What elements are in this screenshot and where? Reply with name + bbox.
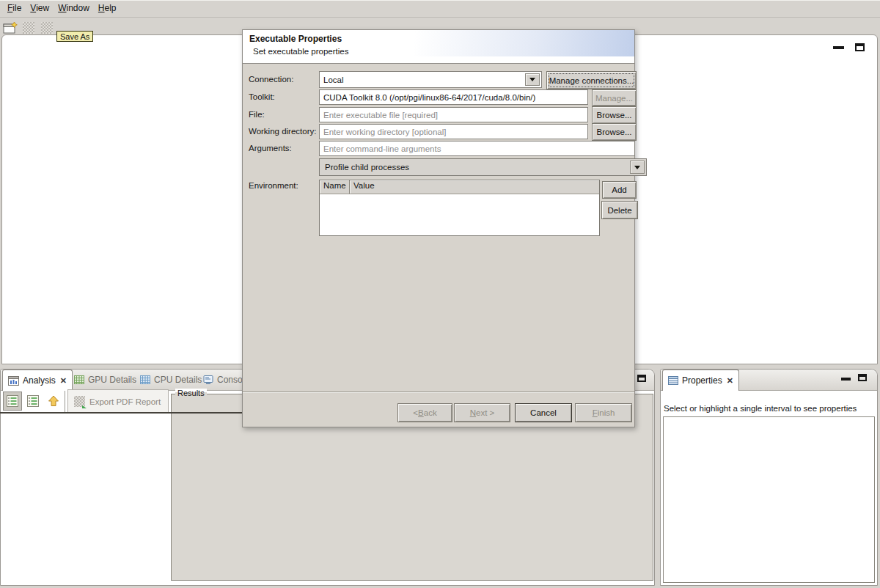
export-pdf-report-button[interactable]: Export PDF Report <box>67 389 169 414</box>
finish-button: Finish <box>575 403 632 422</box>
menu-view[interactable]: View <box>26 0 54 18</box>
toolkit-input[interactable] <box>319 89 588 105</box>
analysis-maximize-icon[interactable] <box>637 375 646 382</box>
chevron-down-icon <box>634 166 640 169</box>
tab-properties[interactable]: Properties ✕ <box>662 370 739 391</box>
chevron-down-icon <box>529 78 535 81</box>
editor-maximize-icon[interactable] <box>855 43 865 51</box>
connection-value: Local <box>323 76 344 84</box>
analysis-up-button[interactable] <box>44 392 63 411</box>
tab-close-icon[interactable]: ✕ <box>60 376 67 386</box>
executable-properties-dialog: Executable Properties Set executable pro… <box>242 29 635 427</box>
menu-help[interactable]: Help <box>94 0 121 18</box>
profile-mode-combo[interactable]: Profile child processes <box>319 158 647 176</box>
new-session-button[interactable] <box>3 21 18 37</box>
save-as-icon[interactable] <box>41 22 53 34</box>
env-col-value[interactable]: Value <box>350 180 599 194</box>
tab-properties-label: Properties <box>682 375 722 386</box>
delete-env-button[interactable]: Delete <box>601 201 638 219</box>
environment-table-header: Name Value <box>320 180 599 194</box>
analysis-list-view-button[interactable] <box>3 392 22 411</box>
profile-mode-dropdown-button[interactable] <box>630 161 645 174</box>
environment-table[interactable]: Name Value <box>319 180 600 236</box>
up-arrow-icon <box>48 395 59 407</box>
analysis-guided-view-button[interactable] <box>23 392 43 411</box>
dialog-title: Executable Properties <box>249 34 342 44</box>
properties-message: Select or highlight a single interval to… <box>664 404 857 413</box>
dialog-separator <box>243 392 634 392</box>
back-button: < Back <box>397 403 452 422</box>
results-label: Results <box>175 389 207 397</box>
env-col-name[interactable]: Name <box>320 180 350 194</box>
toolkit-label: Toolkit: <box>249 92 275 101</box>
properties-content-box <box>663 416 875 583</box>
export-pdf-icon <box>74 396 85 407</box>
editor-minimize-icon[interactable] <box>833 46 844 49</box>
working-directory-label: Working directory: <box>249 127 316 136</box>
arguments-input[interactable] <box>319 141 635 156</box>
toolbar-separator <box>65 391 66 413</box>
environment-label: Environment: <box>249 181 298 190</box>
menu-bar: File View Window Help <box>0 0 880 18</box>
browse-workdir-button[interactable]: Browse... <box>592 123 637 141</box>
tab-gpu-details[interactable]: GPU Details <box>69 370 142 390</box>
working-directory-input[interactable] <box>319 124 588 139</box>
dialog-banner: Executable Properties Set executable pro… <box>243 30 634 64</box>
cpu-details-icon <box>140 375 150 384</box>
list-view-icon <box>7 395 18 407</box>
guided-view-icon <box>27 395 39 407</box>
dialog-subtitle: Set executable properties <box>253 47 348 56</box>
cancel-button[interactable]: Cancel <box>515 403 572 422</box>
tab-cpu-details[interactable]: CPU Details <box>135 370 207 390</box>
manage-connections-button[interactable]: Manage connections... <box>546 71 637 89</box>
tab-cpu-details-label: CPU Details <box>154 375 202 385</box>
new-session-icon <box>3 21 18 34</box>
manage-toolkit-button: Manage... <box>592 89 637 106</box>
properties-maximize-icon[interactable] <box>858 374 867 381</box>
file-input[interactable] <box>319 107 588 122</box>
tab-gpu-details-label: GPU Details <box>88 375 136 385</box>
properties-icon <box>668 376 678 385</box>
connection-combo[interactable]: Local <box>319 71 542 88</box>
tab-analysis[interactable]: Analysis ✕ <box>2 370 73 391</box>
menu-window[interactable]: Window <box>54 0 94 18</box>
file-label: File: <box>249 110 265 119</box>
banner-gradient <box>414 30 634 56</box>
properties-minimize-icon[interactable] <box>841 378 851 381</box>
browse-file-button[interactable]: Browse... <box>592 106 637 124</box>
connection-dropdown-button[interactable] <box>525 73 540 86</box>
menu-file[interactable]: File <box>3 0 26 18</box>
add-env-button[interactable]: Add <box>602 181 637 199</box>
export-pdf-label: Export PDF Report <box>89 397 161 406</box>
analysis-icon <box>8 376 19 386</box>
next-button: Next > <box>454 403 510 422</box>
tab-analysis-label: Analysis <box>23 375 56 386</box>
save-as-tooltip: Save As <box>56 31 93 42</box>
save-icon <box>23 22 34 34</box>
arguments-label: Arguments: <box>249 144 292 152</box>
gpu-details-icon <box>74 375 84 384</box>
connection-label: Connection: <box>249 75 293 84</box>
profile-mode-value: Profile child processes <box>325 163 409 172</box>
console-icon <box>203 375 213 385</box>
tab-close-icon[interactable]: ✕ <box>727 376 733 386</box>
